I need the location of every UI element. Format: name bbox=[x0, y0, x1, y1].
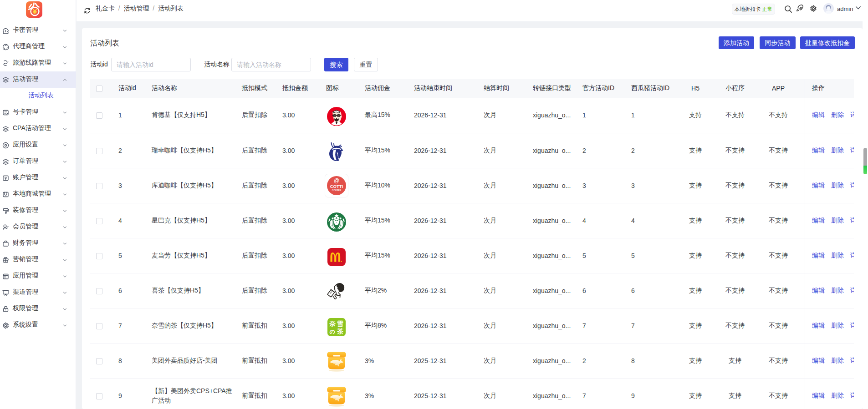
svg-text:@: @ bbox=[334, 177, 339, 183]
svg-text:茶: 茶 bbox=[337, 328, 344, 335]
svg-text:の: の bbox=[330, 328, 335, 335]
svg-text:奈: 奈 bbox=[329, 320, 336, 327]
svg-text:COFFEE: COFFEE bbox=[332, 188, 342, 191]
svg-text:COTTI: COTTI bbox=[330, 183, 343, 188]
svg-text:雪: 雪 bbox=[337, 320, 343, 327]
